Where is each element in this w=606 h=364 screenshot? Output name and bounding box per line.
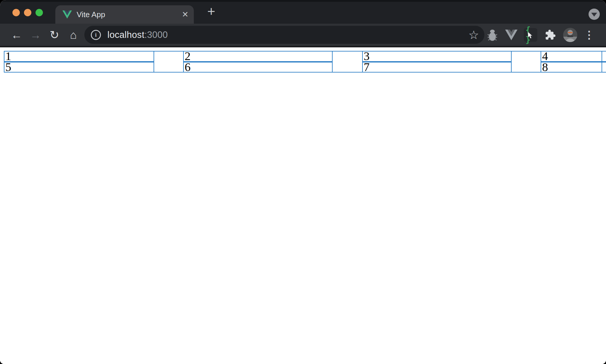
reload-button[interactable]: ↻	[45, 29, 64, 41]
vue-devtools-icon[interactable]	[502, 30, 521, 40]
vue-logo-icon	[62, 10, 72, 19]
toolbar: ← → ↻ ⌂ i localhost:3000 ☆	[0, 24, 606, 47]
tab-close-icon[interactable]: ✕	[182, 11, 188, 19]
table-spacer-cell	[512, 51, 541, 72]
bookmark-star-icon[interactable]: ☆	[465, 28, 483, 42]
table-cell: 2	[184, 51, 332, 61]
nav-buttons: ← → ↻ ⌂	[7, 24, 83, 46]
table-cell: 8	[541, 62, 602, 72]
address-bar[interactable]: i localhost:3000	[84, 26, 484, 44]
table-cell: 3	[363, 51, 511, 61]
table-cell: 6	[184, 62, 332, 72]
zoom-window-button[interactable]	[36, 9, 43, 16]
json-formatter-badge: { }	[524, 28, 537, 42]
table-cell: 4	[541, 51, 602, 61]
close-window-button[interactable]	[12, 9, 20, 16]
table-spacer-cell	[333, 51, 362, 72]
extensions-puzzle-icon[interactable]	[540, 29, 560, 41]
tab-strip: Vite App ✕ +	[0, 0, 606, 24]
back-button[interactable]: ←	[7, 29, 26, 41]
table-clipped-column	[602, 51, 606, 72]
table-column-3: 3 7	[362, 51, 512, 72]
url-port: :3000	[144, 30, 168, 40]
new-tab-button[interactable]: +	[204, 3, 219, 20]
site-info-icon[interactable]: i	[91, 30, 101, 40]
debugger-bug-icon[interactable]	[483, 28, 502, 41]
table-cell: 1	[4, 51, 154, 61]
table-cell: 5	[4, 62, 154, 72]
url-host: localhost	[107, 30, 144, 40]
profile-avatar[interactable]	[560, 28, 581, 42]
tab-title: Vite App	[77, 10, 105, 19]
forward-button[interactable]: →	[26, 29, 45, 41]
minimize-window-button[interactable]	[24, 9, 31, 16]
table-column-4: 4 8	[541, 51, 602, 72]
url-text: localhost:3000	[107, 30, 168, 40]
toolbar-right-icons: ☆ { }	[465, 24, 606, 46]
table-spacer-cell	[154, 51, 183, 72]
traffic-lights	[12, 9, 43, 16]
json-formatter-icon[interactable]: { }	[521, 28, 540, 42]
tab-search-button[interactable]	[589, 9, 600, 20]
chevron-down-icon	[591, 13, 597, 17]
table-cell: 7	[363, 62, 511, 72]
home-button[interactable]: ⌂	[64, 29, 83, 41]
kebab-menu-icon[interactable]: ⋮	[581, 29, 598, 41]
browser-tab[interactable]: Vite App ✕	[55, 5, 194, 24]
browser-window: Vite App ✕ + ← → ↻ ⌂ i localhost:3000 ☆	[0, 0, 606, 364]
table-column-1: 1 5	[4, 51, 154, 72]
page-content: 1 5 2 6 3 7 4 8	[0, 51, 606, 364]
cursor-arrow-icon	[528, 32, 534, 39]
number-table: 1 5 2 6 3 7 4 8	[4, 51, 606, 73]
table-column-2: 2 6	[183, 51, 333, 72]
